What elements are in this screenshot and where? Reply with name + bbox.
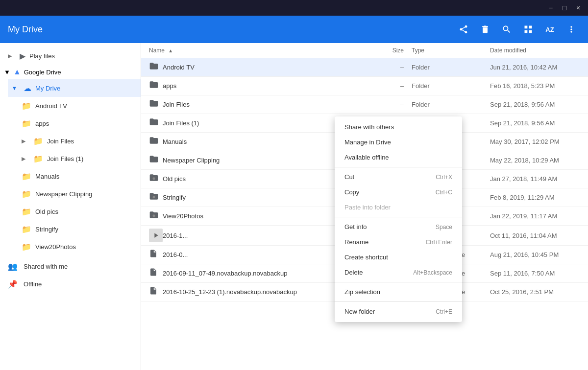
context-menu-create-shortcut[interactable]: Create shortcut xyxy=(335,250,462,265)
folder-icon xyxy=(149,154,163,166)
menu-divider xyxy=(335,301,462,302)
maximize-button[interactable]: □ xyxy=(559,2,570,14)
more-button[interactable] xyxy=(563,21,580,38)
menu-item-label: Manage in Drive xyxy=(344,139,391,146)
my-drive-subfolders: 📁 Android TV 📁 apps ▶ 📁 Join Files ▶ 📁 J… xyxy=(8,97,141,255)
sidebar-item-shared[interactable]: 👥 Shared with me xyxy=(0,257,141,275)
sidebar-item-play-files[interactable]: ▶ ▶ Play files xyxy=(0,47,141,65)
context-menu-zip[interactable]: Zip selection xyxy=(335,284,462,300)
file-name: Stringify xyxy=(163,194,355,201)
folder-label: View20Photos xyxy=(35,243,76,251)
context-menu-cut[interactable]: Cut Ctrl+X xyxy=(335,169,462,185)
menu-item-label: Share with others xyxy=(344,123,394,131)
folder-icon: 📁 xyxy=(22,101,31,111)
menu-item-shortcut: Ctrl+E xyxy=(436,308,452,315)
folder-icon: 📁 xyxy=(22,225,31,234)
file-row[interactable]: Join Files – Folder Sep 21, 2018, 9:56 A… xyxy=(141,95,588,114)
context-menu-share[interactable]: Share with others xyxy=(335,119,462,135)
sidebar-item-my-drive[interactable]: ▼ ☁ My Drive xyxy=(8,79,141,97)
file-type: Folder xyxy=(404,82,482,90)
sort-button[interactable]: AZ xyxy=(541,21,559,38)
file-date: Feb 8, 2019, 11:29 AM xyxy=(482,194,580,201)
col-header-name[interactable]: Name ▲ xyxy=(149,47,355,54)
sidebar-item-apps[interactable]: 📁 apps xyxy=(20,115,141,132)
share-button[interactable] xyxy=(455,21,472,38)
expand-icon: ▶ xyxy=(22,156,29,162)
sidebar-item-offline[interactable]: 📌 Offline xyxy=(0,275,141,293)
sidebar-item-view20photos[interactable]: 📁 View20Photos xyxy=(20,238,141,255)
menu-item-shortcut: Space xyxy=(436,224,452,231)
file-name: View20Photos xyxy=(163,212,355,220)
context-menu-copy[interactable]: Copy Ctrl+C xyxy=(335,185,462,200)
menu-divider xyxy=(335,282,462,282)
sidebar-item-manuals[interactable]: 📁 Manuals xyxy=(20,167,141,185)
file-name: Join Files (1) xyxy=(163,119,355,127)
context-menu-manage-drive[interactable]: Manage in Drive xyxy=(335,135,462,150)
sidebar-item-join-files[interactable]: ▶ 📁 Join Files xyxy=(20,132,141,150)
header-actions: AZ xyxy=(455,21,580,38)
file-name: 2016-1... xyxy=(163,232,355,239)
context-menu-new-folder[interactable]: New folder Ctrl+E xyxy=(335,304,462,319)
sidebar-item-join-files-1[interactable]: ▶ 📁 Join Files (1) xyxy=(20,150,141,167)
folder-special-icon xyxy=(149,210,163,222)
folder-icon xyxy=(149,80,163,92)
google-drive-icon: ▲ xyxy=(13,68,21,76)
file-date: May 22, 2018, 10:29 AM xyxy=(482,157,580,164)
sidebar-item-android-tv[interactable]: 📁 Android TV xyxy=(20,97,141,115)
table-header: Name ▲ Size Type Date modified xyxy=(141,43,588,58)
folder-label: Join Files xyxy=(47,138,74,145)
minimize-button[interactable]: − xyxy=(545,2,557,14)
file-row[interactable]: Android TV – Folder Jun 21, 2016, 10:42 … xyxy=(141,58,588,77)
app-header: My Drive AZ xyxy=(0,16,588,43)
folder-icon: 📁 xyxy=(33,137,43,146)
file-date: May 30, 2017, 12:02 PM xyxy=(482,138,580,145)
menu-item-label: Cut xyxy=(344,173,354,181)
expand-icon: ▶ xyxy=(22,138,29,144)
close-button[interactable]: × xyxy=(572,2,584,14)
file-icon xyxy=(149,249,163,261)
file-date: Sep 21, 2018, 9:56 AM xyxy=(482,119,580,127)
sidebar-item-stringify[interactable]: 📁 Stringify xyxy=(20,220,141,238)
file-type: Folder xyxy=(404,101,482,108)
main-layout: ▶ ▶ Play files ▼ ▲ Google Drive ▼ ☁ My D… xyxy=(0,43,588,370)
search-button[interactable] xyxy=(498,21,515,38)
folder-label: Stringify xyxy=(35,226,58,233)
folder-icon: 📁 xyxy=(22,172,31,181)
context-menu-available-offline[interactable]: Available offline xyxy=(335,150,462,165)
context-menu-rename[interactable]: Rename Ctrl+Enter xyxy=(335,234,462,250)
sidebar-item-newspaper[interactable]: 📁 Newspaper Clipping xyxy=(20,185,141,203)
context-menu-delete[interactable]: Delete Alt+Backspace xyxy=(335,265,462,280)
file-name: Manuals xyxy=(163,138,355,145)
my-drive-icon: ☁ xyxy=(24,84,31,93)
sidebar-section-google-drive[interactable]: ▼ ▲ Google Drive xyxy=(0,65,141,79)
folder-icon xyxy=(149,136,163,148)
grid-button[interactable] xyxy=(519,21,537,38)
collapse-icon: ▼ xyxy=(4,69,10,76)
file-date: Aug 21, 2016, 10:45 PM xyxy=(482,251,580,258)
file-size: – xyxy=(355,64,404,71)
folder-label: Old pics xyxy=(35,208,58,215)
menu-item-label: Get info xyxy=(344,223,367,231)
file-date: Sep 11, 2016, 7:50 AM xyxy=(482,270,580,277)
menu-item-label: Available offline xyxy=(344,154,389,161)
col-header-size[interactable]: Size xyxy=(355,47,404,54)
col-header-date[interactable]: Date modified xyxy=(482,47,580,54)
sidebar: ▶ ▶ Play files ▼ ▲ Google Drive ▼ ☁ My D… xyxy=(0,43,141,370)
folder-special-icon xyxy=(149,173,163,185)
menu-item-shortcut: Ctrl+X xyxy=(436,174,452,181)
delete-button[interactable] xyxy=(476,21,494,38)
file-name: 2016-10-25_12-23 (1).novabackup.novaback… xyxy=(163,288,355,296)
folder-icon: 📁 xyxy=(22,207,31,216)
menu-item-label: Create shortcut xyxy=(344,254,388,261)
col-header-type[interactable]: Type xyxy=(404,47,482,54)
file-name: Android TV xyxy=(163,64,355,71)
file-area: Name ▲ Size Type Date modified Android T… xyxy=(141,43,588,370)
sidebar-item-old-pics[interactable]: 📁 Old pics xyxy=(20,203,141,220)
menu-item-label: New folder xyxy=(344,308,375,315)
file-row[interactable]: apps – Folder Feb 16, 2018, 5:23 PM xyxy=(141,77,588,95)
file-date: Oct 25, 2016, 2:51 PM xyxy=(482,288,580,296)
context-menu-get-info[interactable]: Get info Space xyxy=(335,219,462,234)
menu-item-label: Delete xyxy=(344,269,363,276)
app-title: My Drive xyxy=(8,24,455,35)
file-size: – xyxy=(355,101,404,108)
